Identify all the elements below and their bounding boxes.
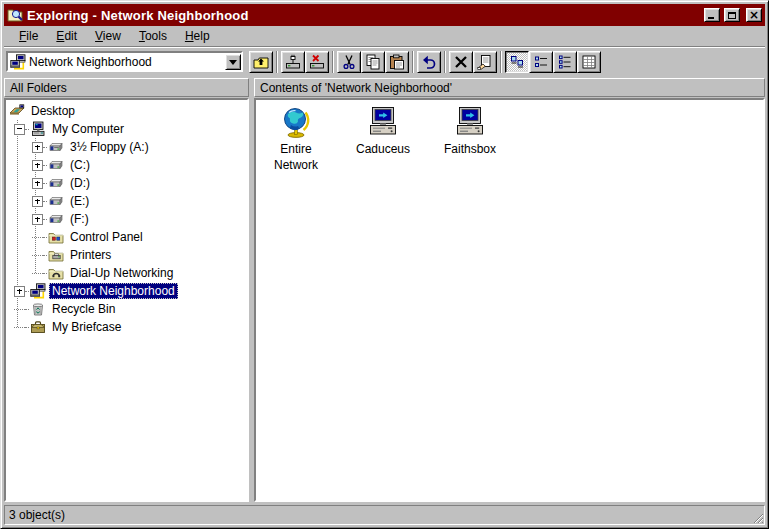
- minimize-icon: [708, 17, 714, 19]
- collapse-toggle[interactable]: [14, 124, 25, 135]
- close-button[interactable]: ×: [746, 8, 762, 22]
- copy-button[interactable]: [361, 51, 385, 73]
- tree-item-drive-f[interactable]: (F:): [8, 210, 247, 228]
- menu-tools[interactable]: Tools: [130, 27, 176, 46]
- tree-connector: [32, 232, 43, 243]
- toolbar-separator: [332, 51, 334, 73]
- tree-item-label: Control Panel: [67, 229, 146, 245]
- floppy-drive-icon: [48, 139, 64, 155]
- tree-item-label: My Briefcase: [49, 319, 124, 335]
- status-object-count: 3 object(s): [9, 508, 65, 522]
- large-icons-button[interactable]: [505, 51, 529, 73]
- undo-button[interactable]: [417, 51, 441, 73]
- disconnect-network-drive-button[interactable]: [305, 51, 329, 73]
- hard-drive-icon: [48, 211, 64, 227]
- menu-help[interactable]: Help: [176, 27, 219, 46]
- tree-item-dialup-networking[interactable]: Dial-Up Networking: [8, 264, 247, 282]
- network-computer-icon: [454, 106, 486, 138]
- tree-item-floppy-a[interactable]: 3½ Floppy (A:): [8, 138, 247, 156]
- toolbar-separator: [412, 51, 414, 73]
- tree-item-label: (C:): [67, 157, 93, 173]
- tree-item-recycle-bin[interactable]: Recycle Bin: [8, 300, 247, 318]
- contents-item-entire-network[interactable]: Entire Network: [256, 106, 336, 173]
- resize-grip[interactable]: [751, 511, 764, 524]
- list-button[interactable]: [553, 51, 577, 73]
- all-folders-header: All Folders: [4, 78, 249, 97]
- paste-button[interactable]: [385, 51, 409, 73]
- paste-icon: [389, 54, 405, 70]
- combobox-dropdown-button[interactable]: [225, 54, 241, 70]
- desktop-icon: [9, 103, 25, 119]
- expand-toggle[interactable]: [32, 196, 43, 207]
- printers-folder-icon: [48, 247, 64, 263]
- list-view-icon: [557, 54, 573, 70]
- hard-drive-icon: [48, 193, 64, 209]
- dialup-networking-folder-icon: [48, 265, 64, 281]
- hard-drive-icon: [48, 175, 64, 191]
- menu-view[interactable]: View: [86, 27, 130, 46]
- toolbar-separator: [444, 51, 446, 73]
- tree-item-label: My Computer: [49, 121, 127, 137]
- expand-toggle[interactable]: [14, 286, 25, 297]
- tree-item-my-briefcase[interactable]: My Briefcase: [8, 318, 247, 336]
- contents-item-label: Caduceus: [354, 142, 412, 158]
- tree-item-label: 3½ Floppy (A:): [67, 139, 152, 155]
- tree-item-control-panel[interactable]: Control Panel: [8, 228, 247, 246]
- map-network-drive-button[interactable]: [281, 51, 305, 73]
- tree-item-label: (D:): [67, 175, 93, 191]
- small-icons-button[interactable]: [529, 51, 553, 73]
- maximize-button[interactable]: [724, 8, 740, 22]
- tree-item-label: Recycle Bin: [49, 301, 118, 317]
- expand-toggle[interactable]: [32, 178, 43, 189]
- contents-header: Contents of 'Network Neighborhood': [254, 78, 765, 97]
- delete-button[interactable]: [449, 51, 473, 73]
- tree-item-drive-e[interactable]: (E:): [8, 192, 247, 210]
- tree-item-label: Desktop: [28, 103, 78, 119]
- minimize-button[interactable]: [704, 8, 720, 22]
- properties-icon: [477, 54, 493, 70]
- hard-drive-icon: [48, 157, 64, 173]
- menu-file[interactable]: File: [10, 27, 47, 46]
- tree-item-desktop[interactable]: Desktop: [8, 102, 247, 120]
- cut-button[interactable]: [337, 51, 361, 73]
- explorer-window: Exploring - Network Neighborhood × File …: [0, 0, 769, 529]
- expand-toggle[interactable]: [32, 214, 43, 225]
- tree-item-network-neighborhood[interactable]: Network Neighborhood: [8, 282, 247, 300]
- toolbar-separator: [276, 51, 278, 73]
- contents-item-caduceus[interactable]: Caduceus: [343, 106, 423, 158]
- expand-toggle[interactable]: [32, 160, 43, 171]
- delete-icon: [453, 54, 469, 70]
- address-combobox[interactable]: Network Neighborhood: [6, 51, 243, 72]
- address-value: Network Neighborhood: [29, 55, 222, 69]
- control-panel-folder-icon: [48, 229, 64, 245]
- network-computer-icon: [367, 106, 399, 138]
- tree-item-printers[interactable]: Printers: [8, 246, 247, 264]
- menu-edit[interactable]: Edit: [47, 27, 86, 46]
- large-icons-icon: [509, 54, 525, 70]
- explorer-icon: [7, 7, 23, 23]
- tree-item-label-selected: Network Neighborhood: [49, 283, 178, 299]
- copy-icon: [365, 54, 381, 70]
- details-button[interactable]: [577, 51, 601, 73]
- properties-button[interactable]: [473, 51, 497, 73]
- briefcase-icon: [30, 319, 46, 335]
- window-title: Exploring - Network Neighborhood: [27, 8, 700, 23]
- tree-item-drive-c[interactable]: (C:): [8, 156, 247, 174]
- small-icons-icon: [533, 54, 549, 70]
- details-view-icon: [581, 54, 597, 70]
- contents-item-faithsbox[interactable]: Faithsbox: [430, 106, 510, 158]
- title-bar[interactable]: Exploring - Network Neighborhood ×: [4, 4, 765, 26]
- network-neighborhood-icon: [10, 54, 26, 70]
- tree-item-drive-d[interactable]: (D:): [8, 174, 247, 192]
- recycle-bin-icon: [30, 301, 46, 317]
- up-one-level-button[interactable]: [249, 51, 273, 73]
- contents-panel: Entire Network Caduceus Faithsbox: [254, 98, 765, 502]
- expand-toggle[interactable]: [32, 142, 43, 153]
- tree-connector: [14, 304, 25, 315]
- contents-item-label: Entire Network: [267, 142, 325, 173]
- tree-item-label: (E:): [67, 193, 92, 209]
- tree-item-my-computer[interactable]: My Computer: [8, 120, 247, 138]
- chevron-down-icon: [229, 60, 237, 69]
- my-computer-icon: [30, 121, 46, 137]
- menu-bar: File Edit View Tools Help: [4, 26, 765, 46]
